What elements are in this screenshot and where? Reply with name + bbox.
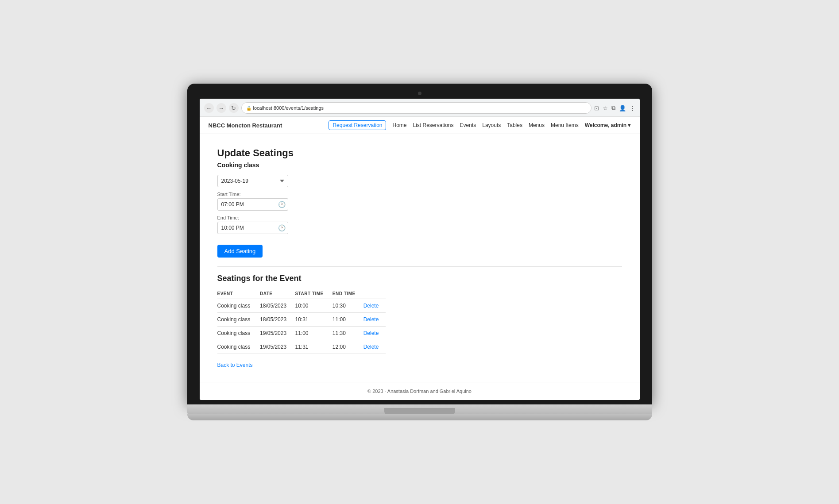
browser-back-button[interactable]: ←: [204, 103, 214, 113]
extension-icon[interactable]: ⧉: [611, 104, 615, 112]
date-select[interactable]: 2023-05-19: [217, 175, 288, 187]
start-time-wrapper: 🕐: [217, 198, 288, 211]
back-to-events-link[interactable]: Back to Events: [217, 362, 253, 368]
table-row: Cooking class 19/05/2023 11:31 12:00 Del…: [217, 340, 386, 354]
nav-tables[interactable]: Tables: [507, 122, 522, 128]
delete-button-4[interactable]: Delete: [363, 344, 379, 350]
section-divider: [217, 266, 622, 267]
cell-start-4: 11:31: [295, 340, 333, 354]
nav-menus[interactable]: Menus: [529, 122, 545, 128]
date-form-group: 2023-05-19: [217, 175, 622, 187]
col-header-end: END TIME: [333, 289, 363, 299]
add-seating-button[interactable]: Add Seating: [217, 245, 263, 258]
cell-start-2: 10:31: [295, 313, 333, 327]
nav-events[interactable]: Events: [460, 122, 476, 128]
nav-menu-items[interactable]: Menu Items: [551, 122, 579, 128]
laptop-shell: ← → ↻ 🔒 localhost:8000/events/1/seatings…: [187, 84, 652, 420]
col-header-date: DATE: [260, 289, 295, 299]
cell-date-1: 18/05/2023: [260, 299, 295, 313]
end-time-input[interactable]: [217, 222, 288, 234]
nav-layouts[interactable]: Layouts: [482, 122, 501, 128]
profile-icon[interactable]: 👤: [619, 105, 626, 112]
main-content: Update Seatings Cooking class 2023-05-19…: [200, 134, 640, 382]
app-brand: NBCC Moncton Restaurant: [209, 122, 282, 129]
menu-icon[interactable]: ⋮: [630, 105, 635, 112]
cell-event-4: Cooking class: [217, 340, 260, 354]
url-text: localhost:8000/events/1/seatings: [253, 105, 324, 111]
browser-chrome: ← → ↻ 🔒 localhost:8000/events/1/seatings…: [200, 99, 640, 117]
cell-event-1: Cooking class: [217, 299, 260, 313]
table-header: EVENT DATE START TIME END TIME: [217, 289, 386, 299]
cast-icon[interactable]: ⊡: [594, 105, 599, 112]
seatings-section-title: Seatings for the Event: [217, 274, 622, 283]
cell-event-2: Cooking class: [217, 313, 260, 327]
table-body: Cooking class 18/05/2023 10:00 10:30 Del…: [217, 299, 386, 354]
app-footer: © 2023 - Anastasia Dorfman and Gabriel A…: [200, 382, 640, 400]
nav-list-reservations[interactable]: List Reservations: [413, 122, 454, 128]
delete-button-3[interactable]: Delete: [363, 330, 379, 336]
cell-date-2: 18/05/2023: [260, 313, 295, 327]
delete-button-1[interactable]: Delete: [363, 303, 379, 309]
cell-start-1: 10:00: [295, 299, 333, 313]
end-time-wrapper: 🕐: [217, 222, 288, 234]
browser-refresh-button[interactable]: ↻: [229, 103, 239, 113]
seatings-table: EVENT DATE START TIME END TIME Cooking c…: [217, 289, 386, 354]
col-header-action: [363, 289, 386, 299]
end-time-label: End Time:: [217, 215, 622, 220]
start-time-label: Start Time:: [217, 192, 622, 197]
laptop-screen: ← → ↻ 🔒 localhost:8000/events/1/seatings…: [200, 99, 640, 400]
app-navbar: NBCC Moncton Restaurant Request Reservat…: [200, 117, 640, 134]
cell-end-2: 11:00: [333, 313, 363, 327]
cell-end-4: 12:00: [333, 340, 363, 354]
nav-request-reservation[interactable]: Request Reservation: [329, 120, 386, 130]
browser-url-bar[interactable]: 🔒 localhost:8000/events/1/seatings: [241, 102, 592, 114]
footer-text: © 2023 - Anastasia Dorfman and Gabriel A…: [367, 389, 472, 394]
cell-start-3: 11:00: [295, 327, 333, 340]
camera: [418, 92, 421, 95]
cell-date-3: 19/05/2023: [260, 327, 295, 340]
cell-end-1: 10:30: [333, 299, 363, 313]
nav-links: Request Reservation Home List Reservatio…: [329, 120, 630, 130]
start-time-input[interactable]: [217, 198, 288, 211]
table-row: Cooking class 18/05/2023 10:31 11:00 Del…: [217, 313, 386, 327]
event-name: Cooking class: [217, 162, 622, 169]
col-header-start: START TIME: [295, 289, 333, 299]
laptop-base: [187, 404, 652, 414]
cell-date-4: 19/05/2023: [260, 340, 295, 354]
delete-button-2[interactable]: Delete: [363, 316, 379, 323]
screen-bezel: ← → ↻ 🔒 localhost:8000/events/1/seatings…: [187, 84, 652, 404]
browser-toolbar-icons: ⊡ ☆ ⧉ 👤 ⋮: [594, 104, 635, 112]
browser-forward-button[interactable]: →: [217, 103, 226, 113]
cell-end-3: 11:30: [333, 327, 363, 340]
end-time-form-group: End Time: 🕐: [217, 215, 622, 234]
table-row: Cooking class 19/05/2023 11:00 11:30 Del…: [217, 327, 386, 340]
page-title: Update Seatings: [217, 147, 622, 159]
col-header-event: EVENT: [217, 289, 260, 299]
table-row: Cooking class 18/05/2023 10:00 10:30 Del…: [217, 299, 386, 313]
start-time-form-group: Start Time: 🕐: [217, 192, 622, 211]
laptop-stand: [187, 414, 652, 420]
cell-event-3: Cooking class: [217, 327, 260, 340]
bookmark-icon[interactable]: ☆: [603, 105, 608, 112]
nav-welcome[interactable]: Welcome, admin ▾: [585, 122, 631, 128]
nav-home[interactable]: Home: [392, 122, 406, 128]
